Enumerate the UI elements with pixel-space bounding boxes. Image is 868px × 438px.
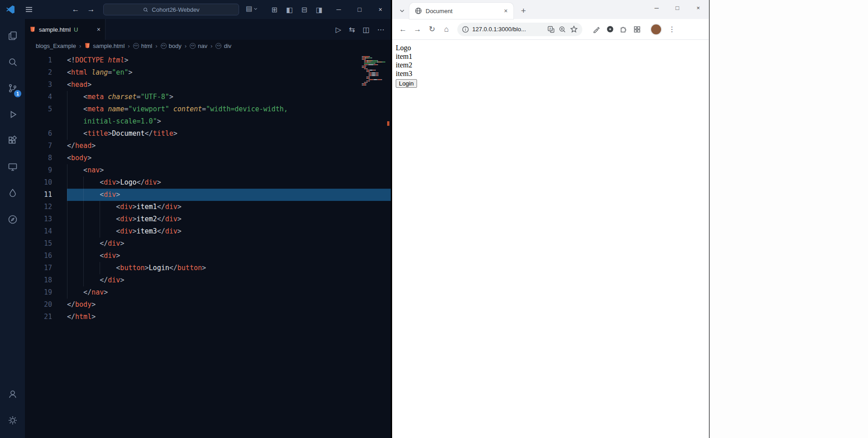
code-text: <div>item2</div> [67, 213, 391, 225]
breadcrumb-item-body[interactable]: body [161, 43, 182, 49]
url-text: 127.0.0.1:3000/blo... [472, 26, 526, 33]
code-line[interactable]: 7</head> [25, 140, 391, 152]
apps-grid-icon[interactable] [630, 23, 644, 36]
minimize-button[interactable]: ─ [328, 0, 349, 19]
nav-forward-button[interactable]: → [84, 0, 98, 19]
indent-guide [67, 213, 83, 225]
minimap-line [362, 70, 385, 71]
indent-guide [67, 115, 83, 128]
code-line[interactable]: 13<div>item2</div> [25, 213, 391, 225]
line-number: 17 [25, 262, 52, 274]
toggle-panel-icon[interactable]: ⊟ [300, 5, 309, 14]
open-changes-icon[interactable]: ⇆ [349, 25, 355, 34]
line-number: 15 [25, 238, 52, 250]
code-line[interactable]: 10<div>Logo</div> [25, 176, 391, 189]
layout-toggle-group: ⊞ ◧ ⊟ ◨ [270, 0, 324, 19]
sidebar-item-account[interactable] [0, 381, 25, 407]
minimap-line [362, 68, 385, 69]
sidebar-item-explorer[interactable] [0, 23, 25, 49]
breadcrumb-item-blogs_Example[interactable]: blogs_Example [36, 43, 76, 49]
colorpicker-extension-icon[interactable] [590, 23, 603, 36]
code-line[interactable]: 6<title>Document</title> [25, 128, 391, 140]
breadcrumb-item-html[interactable]: html [133, 43, 153, 49]
code-text: <div>item1</div> [67, 201, 391, 213]
browser-tab-document[interactable]: Document × [409, 3, 513, 19]
more-actions-icon[interactable]: ⋯ [377, 25, 384, 34]
sidebar-item-extensions[interactable] [0, 128, 25, 154]
code-line[interactable]: 2<html lang="en"> [25, 67, 391, 79]
code-line[interactable]: 20</body> [25, 299, 391, 311]
menu-hamburger-icon[interactable] [24, 5, 34, 14]
minimap-line [362, 56, 385, 57]
code-line[interactable]: 4<meta charset="UTF-8"> [25, 91, 391, 103]
sidebar-item-search[interactable] [0, 49, 25, 75]
code-line[interactable]: 21</html> [25, 311, 391, 323]
close-button[interactable]: × [370, 0, 391, 19]
tab-search-button[interactable] [396, 5, 408, 17]
maximize-button[interactable]: □ [667, 0, 688, 15]
code-line[interactable]: initial-scale=1.0"> [25, 115, 391, 128]
code-line[interactable]: 3<head> [25, 79, 391, 91]
dark-extension-icon[interactable] [603, 23, 617, 36]
toggle-sidebar-left-icon[interactable]: ◧ [285, 5, 294, 14]
breadcrumb-item-sample.html[interactable]: sample.html [84, 43, 125, 49]
sidebar-item-browser-preview[interactable] [0, 206, 25, 233]
bookmark-star-icon[interactable] [570, 25, 578, 33]
sidebar-item-source-control[interactable]: 1 [0, 75, 25, 101]
grid-layout-icon[interactable]: ⊞ [270, 5, 279, 14]
tab-close-icon[interactable]: × [97, 26, 101, 33]
command-center-search[interactable]: Cohort26-Webdev [103, 4, 239, 15]
breadcrumb-item-div[interactable]: div [216, 43, 231, 49]
browser-menu-icon[interactable]: ⋮ [666, 23, 678, 36]
new-tab-button[interactable]: + [517, 5, 530, 17]
site-info-icon[interactable] [462, 26, 469, 33]
code-line[interactable]: 16<div> [25, 250, 391, 262]
tab-close-icon[interactable]: × [502, 7, 510, 15]
minimap-line [362, 79, 385, 80]
code-line[interactable]: 9<nav> [25, 164, 391, 176]
minimap[interactable] [362, 56, 385, 86]
tab-sample-html[interactable]: sample.html U × [25, 19, 106, 40]
minimize-button[interactable]: ─ [646, 0, 667, 15]
code-text: </div> [67, 238, 391, 250]
code-line[interactable]: 8<body> [25, 152, 391, 164]
minimap-line [362, 76, 385, 77]
zoom-icon[interactable] [558, 25, 566, 33]
code-line[interactable]: 5<meta name="viewport" content="width=de… [25, 103, 391, 115]
code-line[interactable]: 11<div> [25, 189, 391, 201]
breadcrumb-item-nav[interactable]: nav [190, 43, 207, 49]
address-bar[interactable]: 127.0.0.1:3000/blo... A [457, 23, 582, 36]
nav-back-button[interactable]: ← [69, 0, 82, 19]
breadcrumb-label: div [224, 43, 231, 49]
sidebar-item-remote-explorer[interactable] [0, 154, 25, 180]
translate-icon[interactable]: A [547, 25, 555, 33]
code-editor[interactable]: 1<!DOCTYPE html>2<html lang="en">3<head>… [25, 52, 391, 438]
run-file-icon[interactable]: ▷ [336, 25, 341, 34]
maximize-button[interactable]: □ [349, 0, 370, 19]
minimap-line [362, 63, 385, 64]
forward-button[interactable]: → [410, 22, 425, 37]
toggle-sidebar-right-icon[interactable]: ◨ [315, 5, 324, 14]
back-button[interactable]: ← [396, 22, 410, 37]
code-line[interactable]: 17<button>Login</button> [25, 262, 391, 274]
code-text: </head> [67, 140, 391, 152]
reload-button[interactable]: ↻ [425, 22, 439, 37]
customize-layout-button[interactable]: ▤ [246, 5, 258, 13]
login-button[interactable]: Login [396, 79, 417, 88]
code-line[interactable]: 18</div> [25, 274, 391, 286]
code-line[interactable]: 14<div>item3</div> [25, 225, 391, 238]
code-line[interactable]: 1<!DOCTYPE html> [25, 54, 391, 67]
home-button[interactable]: ⌂ [439, 22, 454, 37]
extensions-puzzle-icon[interactable] [617, 23, 630, 36]
code-line[interactable]: 12<div>item1</div> [25, 201, 391, 213]
code-line[interactable]: 19</nav> [25, 286, 391, 299]
code-line[interactable]: 15</div> [25, 238, 391, 250]
profile-avatar[interactable] [650, 24, 662, 35]
close-button[interactable]: × [688, 0, 709, 15]
sidebar-item-azure[interactable] [0, 180, 25, 206]
split-editor-icon[interactable]: ◫ [363, 25, 369, 34]
breadcrumb-label: blogs_Example [36, 43, 76, 49]
sidebar-item-settings[interactable] [0, 407, 25, 433]
globe-favicon [415, 7, 422, 14]
sidebar-item-run-debug[interactable] [0, 101, 25, 128]
